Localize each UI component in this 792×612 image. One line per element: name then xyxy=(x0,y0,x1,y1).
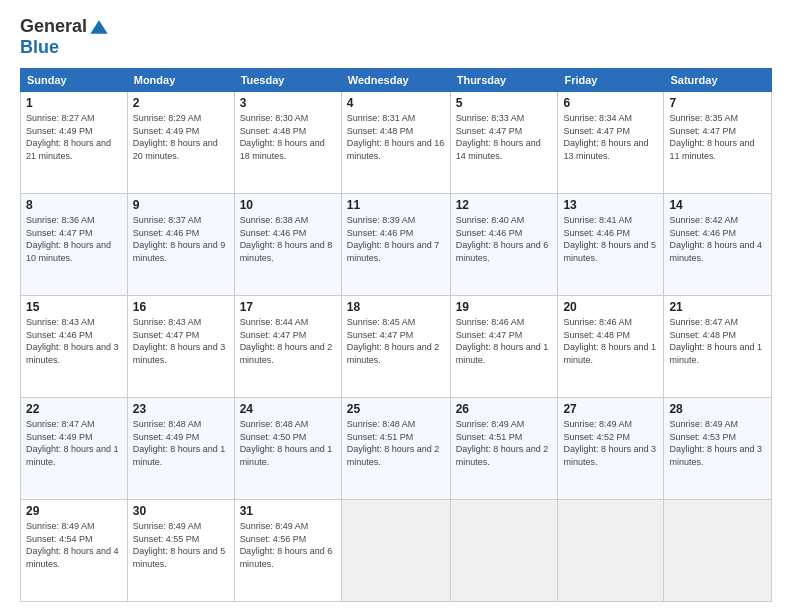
table-row: 2 Sunrise: 8:29 AM Sunset: 4:49 PM Dayli… xyxy=(127,92,234,194)
day-number: 23 xyxy=(133,402,229,416)
table-row: 21 Sunrise: 8:47 AM Sunset: 4:48 PM Dayl… xyxy=(664,296,772,398)
table-row: 9 Sunrise: 8:37 AM Sunset: 4:46 PM Dayli… xyxy=(127,194,234,296)
day-info: Sunrise: 8:47 AM Sunset: 4:48 PM Dayligh… xyxy=(669,317,762,365)
logo-icon xyxy=(89,17,109,37)
day-info: Sunrise: 8:43 AM Sunset: 4:47 PM Dayligh… xyxy=(133,317,226,365)
day-info: Sunrise: 8:47 AM Sunset: 4:49 PM Dayligh… xyxy=(26,419,119,467)
day-info: Sunrise: 8:36 AM Sunset: 4:47 PM Dayligh… xyxy=(26,215,111,263)
table-row: 25 Sunrise: 8:48 AM Sunset: 4:51 PM Dayl… xyxy=(341,398,450,500)
table-row xyxy=(450,500,558,602)
day-number: 9 xyxy=(133,198,229,212)
day-info: Sunrise: 8:46 AM Sunset: 4:48 PM Dayligh… xyxy=(563,317,656,365)
calendar-week-row: 22 Sunrise: 8:47 AM Sunset: 4:49 PM Dayl… xyxy=(21,398,772,500)
day-number: 31 xyxy=(240,504,336,518)
day-number: 20 xyxy=(563,300,658,314)
day-number: 7 xyxy=(669,96,766,110)
table-row: 30 Sunrise: 8:49 AM Sunset: 4:55 PM Dayl… xyxy=(127,500,234,602)
day-number: 25 xyxy=(347,402,445,416)
table-row: 22 Sunrise: 8:47 AM Sunset: 4:49 PM Dayl… xyxy=(21,398,128,500)
day-number: 3 xyxy=(240,96,336,110)
day-number: 26 xyxy=(456,402,553,416)
day-info: Sunrise: 8:48 AM Sunset: 4:51 PM Dayligh… xyxy=(347,419,440,467)
day-number: 24 xyxy=(240,402,336,416)
col-monday: Monday xyxy=(127,69,234,92)
table-row: 14 Sunrise: 8:42 AM Sunset: 4:46 PM Dayl… xyxy=(664,194,772,296)
table-row: 17 Sunrise: 8:44 AM Sunset: 4:47 PM Dayl… xyxy=(234,296,341,398)
day-number: 22 xyxy=(26,402,122,416)
calendar-week-row: 29 Sunrise: 8:49 AM Sunset: 4:54 PM Dayl… xyxy=(21,500,772,602)
day-info: Sunrise: 8:38 AM Sunset: 4:46 PM Dayligh… xyxy=(240,215,333,263)
day-number: 17 xyxy=(240,300,336,314)
table-row: 27 Sunrise: 8:49 AM Sunset: 4:52 PM Dayl… xyxy=(558,398,664,500)
table-row: 10 Sunrise: 8:38 AM Sunset: 4:46 PM Dayl… xyxy=(234,194,341,296)
col-sunday: Sunday xyxy=(21,69,128,92)
day-info: Sunrise: 8:43 AM Sunset: 4:46 PM Dayligh… xyxy=(26,317,119,365)
day-number: 16 xyxy=(133,300,229,314)
table-row xyxy=(664,500,772,602)
day-info: Sunrise: 8:49 AM Sunset: 4:55 PM Dayligh… xyxy=(133,521,226,569)
day-info: Sunrise: 8:48 AM Sunset: 4:50 PM Dayligh… xyxy=(240,419,333,467)
calendar-week-row: 8 Sunrise: 8:36 AM Sunset: 4:47 PM Dayli… xyxy=(21,194,772,296)
day-number: 11 xyxy=(347,198,445,212)
logo-text: General xyxy=(20,16,109,37)
col-wednesday: Wednesday xyxy=(341,69,450,92)
day-number: 2 xyxy=(133,96,229,110)
day-number: 5 xyxy=(456,96,553,110)
day-info: Sunrise: 8:46 AM Sunset: 4:47 PM Dayligh… xyxy=(456,317,549,365)
day-info: Sunrise: 8:49 AM Sunset: 4:53 PM Dayligh… xyxy=(669,419,762,467)
day-info: Sunrise: 8:49 AM Sunset: 4:51 PM Dayligh… xyxy=(456,419,549,467)
day-info: Sunrise: 8:45 AM Sunset: 4:47 PM Dayligh… xyxy=(347,317,440,365)
table-row: 7 Sunrise: 8:35 AM Sunset: 4:47 PM Dayli… xyxy=(664,92,772,194)
calendar-week-row: 1 Sunrise: 8:27 AM Sunset: 4:49 PM Dayli… xyxy=(21,92,772,194)
day-info: Sunrise: 8:30 AM Sunset: 4:48 PM Dayligh… xyxy=(240,113,325,161)
table-row: 3 Sunrise: 8:30 AM Sunset: 4:48 PM Dayli… xyxy=(234,92,341,194)
col-friday: Friday xyxy=(558,69,664,92)
logo-blue: Blue xyxy=(20,37,59,58)
day-info: Sunrise: 8:39 AM Sunset: 4:46 PM Dayligh… xyxy=(347,215,440,263)
day-number: 10 xyxy=(240,198,336,212)
day-info: Sunrise: 8:42 AM Sunset: 4:46 PM Dayligh… xyxy=(669,215,762,263)
day-info: Sunrise: 8:49 AM Sunset: 4:54 PM Dayligh… xyxy=(26,521,119,569)
day-number: 28 xyxy=(669,402,766,416)
header: General Blue xyxy=(20,16,772,58)
table-row: 26 Sunrise: 8:49 AM Sunset: 4:51 PM Dayl… xyxy=(450,398,558,500)
calendar: Sunday Monday Tuesday Wednesday Thursday… xyxy=(20,68,772,602)
svg-marker-0 xyxy=(90,20,107,33)
day-number: 21 xyxy=(669,300,766,314)
day-info: Sunrise: 8:49 AM Sunset: 4:56 PM Dayligh… xyxy=(240,521,333,569)
table-row xyxy=(341,500,450,602)
day-info: Sunrise: 8:27 AM Sunset: 4:49 PM Dayligh… xyxy=(26,113,111,161)
logo: General Blue xyxy=(20,16,109,58)
day-number: 1 xyxy=(26,96,122,110)
day-number: 6 xyxy=(563,96,658,110)
table-row: 19 Sunrise: 8:46 AM Sunset: 4:47 PM Dayl… xyxy=(450,296,558,398)
col-thursday: Thursday xyxy=(450,69,558,92)
day-info: Sunrise: 8:34 AM Sunset: 4:47 PM Dayligh… xyxy=(563,113,648,161)
day-number: 30 xyxy=(133,504,229,518)
table-row: 13 Sunrise: 8:41 AM Sunset: 4:46 PM Dayl… xyxy=(558,194,664,296)
page: General Blue Sunday Monday Tuesday Wedne… xyxy=(0,0,792,612)
day-number: 13 xyxy=(563,198,658,212)
table-row: 12 Sunrise: 8:40 AM Sunset: 4:46 PM Dayl… xyxy=(450,194,558,296)
col-saturday: Saturday xyxy=(664,69,772,92)
table-row: 28 Sunrise: 8:49 AM Sunset: 4:53 PM Dayl… xyxy=(664,398,772,500)
day-number: 12 xyxy=(456,198,553,212)
calendar-week-row: 15 Sunrise: 8:43 AM Sunset: 4:46 PM Dayl… xyxy=(21,296,772,398)
table-row: 29 Sunrise: 8:49 AM Sunset: 4:54 PM Dayl… xyxy=(21,500,128,602)
day-info: Sunrise: 8:29 AM Sunset: 4:49 PM Dayligh… xyxy=(133,113,218,161)
table-row: 31 Sunrise: 8:49 AM Sunset: 4:56 PM Dayl… xyxy=(234,500,341,602)
day-info: Sunrise: 8:44 AM Sunset: 4:47 PM Dayligh… xyxy=(240,317,333,365)
day-number: 14 xyxy=(669,198,766,212)
day-info: Sunrise: 8:35 AM Sunset: 4:47 PM Dayligh… xyxy=(669,113,754,161)
table-row: 18 Sunrise: 8:45 AM Sunset: 4:47 PM Dayl… xyxy=(341,296,450,398)
day-info: Sunrise: 8:33 AM Sunset: 4:47 PM Dayligh… xyxy=(456,113,541,161)
table-row: 16 Sunrise: 8:43 AM Sunset: 4:47 PM Dayl… xyxy=(127,296,234,398)
day-info: Sunrise: 8:40 AM Sunset: 4:46 PM Dayligh… xyxy=(456,215,549,263)
table-row: 1 Sunrise: 8:27 AM Sunset: 4:49 PM Dayli… xyxy=(21,92,128,194)
calendar-header-row: Sunday Monday Tuesday Wednesday Thursday… xyxy=(21,69,772,92)
day-info: Sunrise: 8:48 AM Sunset: 4:49 PM Dayligh… xyxy=(133,419,226,467)
table-row: 15 Sunrise: 8:43 AM Sunset: 4:46 PM Dayl… xyxy=(21,296,128,398)
table-row: 5 Sunrise: 8:33 AM Sunset: 4:47 PM Dayli… xyxy=(450,92,558,194)
day-number: 8 xyxy=(26,198,122,212)
day-info: Sunrise: 8:31 AM Sunset: 4:48 PM Dayligh… xyxy=(347,113,445,161)
